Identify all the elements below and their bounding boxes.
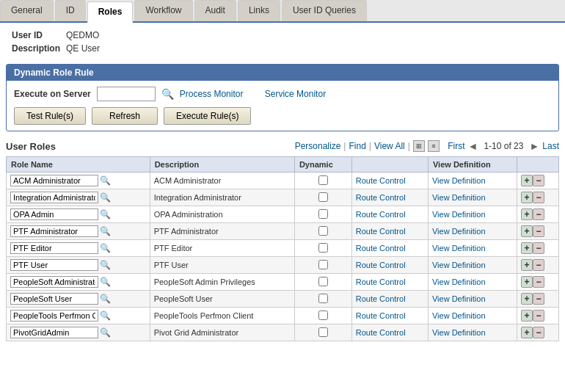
process-monitor-link[interactable]: Process Monitor [180, 89, 244, 99]
role-search-icon[interactable]: 🔍 [100, 277, 111, 287]
dynamic-checkbox[interactable] [318, 243, 328, 253]
remove-row-button[interactable]: − [533, 175, 544, 186]
route-control: Route Control [351, 291, 428, 308]
role-name-input[interactable] [10, 208, 98, 220]
route-control-link[interactable]: Route Control [356, 244, 406, 253]
view-definition-link[interactable]: View Definition [432, 210, 486, 219]
dynamic-checkbox[interactable] [318, 192, 328, 202]
role-name-input[interactable] [10, 259, 98, 271]
role-search-icon[interactable]: 🔍 [100, 209, 111, 219]
role-search-icon[interactable]: 🔍 [100, 175, 111, 186]
role-name-input[interactable] [10, 293, 98, 305]
role-search-icon[interactable]: 🔍 [100, 311, 111, 321]
next-icon[interactable]: ► [529, 140, 539, 152]
remove-row-button[interactable]: − [533, 225, 544, 237]
first-link[interactable]: First [448, 141, 464, 151]
route-control-link[interactable]: Route Control [356, 294, 406, 303]
dynamic-checkbox[interactable] [318, 175, 328, 185]
remove-row-button[interactable]: − [533, 242, 544, 254]
tab-general[interactable]: General [0, 0, 54, 21]
role-search-icon[interactable]: 🔍 [100, 327, 111, 338]
view-definition-link[interactable]: View Definition [432, 261, 486, 269]
tab-links[interactable]: Links [238, 0, 280, 21]
add-row-button[interactable]: + [521, 276, 533, 288]
add-row-button[interactable]: + [521, 208, 533, 220]
add-row-button[interactable]: + [521, 293, 533, 305]
role-description: PTF Administrator [150, 223, 294, 240]
dynamic-checkbox[interactable] [318, 294, 328, 303]
view-definition-link[interactable]: View Definition [432, 294, 486, 303]
role-search-icon[interactable]: 🔍 [100, 226, 111, 236]
role-name-input[interactable] [10, 327, 98, 338]
view-definition-link[interactable]: View Definition [432, 227, 486, 236]
remove-row-button[interactable]: − [533, 327, 544, 338]
dynamic-checkbox[interactable] [318, 311, 328, 320]
route-control-link[interactable]: Route Control [356, 227, 406, 236]
route-control-link[interactable]: Route Control [356, 176, 406, 185]
add-row-button[interactable]: + [521, 310, 533, 322]
view-definition-link[interactable]: View Definition [432, 244, 486, 253]
tab-audit[interactable]: Audit [194, 0, 236, 21]
view-definition-link[interactable]: View Definition [432, 277, 486, 286]
role-name-cell: 🔍 [7, 189, 150, 206]
add-row-button[interactable]: + [521, 327, 533, 338]
route-control-link[interactable]: Route Control [356, 193, 406, 202]
route-control-link[interactable]: Route Control [356, 210, 406, 219]
user-id-label: User ID [12, 29, 66, 42]
execute-rule-button[interactable]: Execute Rule(s) [164, 107, 251, 125]
role-name-input[interactable] [10, 242, 98, 254]
tab-roles[interactable]: Roles [87, 1, 134, 23]
role-search-icon[interactable]: 🔍 [100, 260, 111, 270]
remove-row-button[interactable]: − [533, 208, 544, 220]
tab-id[interactable]: ID [55, 0, 86, 21]
remove-row-button[interactable]: − [533, 192, 544, 203]
role-name-input[interactable] [10, 225, 98, 237]
grid-icon[interactable]: ⊞ [413, 140, 425, 152]
view-definition-link[interactable]: View Definition [432, 311, 486, 320]
row-actions: +− [517, 173, 559, 189]
view-definition-link[interactable]: View Definition [432, 328, 486, 337]
role-search-icon[interactable]: 🔍 [100, 243, 111, 253]
chart-icon[interactable]: ≡ [428, 140, 440, 152]
table-row: 🔍OPA AdministrationRoute ControlView Def… [7, 206, 559, 223]
personalize-link[interactable]: Personalize [295, 141, 341, 151]
route-control-link[interactable]: Route Control [356, 328, 406, 337]
remove-row-button[interactable]: − [533, 276, 544, 288]
role-search-icon[interactable]: 🔍 [100, 192, 111, 203]
find-link[interactable]: Find [349, 141, 365, 151]
add-row-button[interactable]: + [521, 192, 533, 203]
tab-workflow[interactable]: Workflow [134, 0, 192, 21]
dynamic-checkbox[interactable] [318, 209, 328, 219]
route-control-link[interactable]: Route Control [356, 261, 406, 269]
role-name-cell: 🔍 [7, 274, 150, 291]
view-definition-link[interactable]: View Definition [432, 176, 486, 185]
role-name-input[interactable] [10, 175, 98, 186]
role-name-input[interactable] [10, 192, 98, 203]
test-rule-button[interactable]: Test Rule(s) [14, 107, 86, 125]
remove-row-button[interactable]: − [533, 310, 544, 322]
refresh-button[interactable]: Refresh [92, 107, 158, 125]
add-row-button[interactable]: + [521, 242, 533, 254]
role-search-icon[interactable]: 🔍 [100, 294, 111, 304]
add-row-button[interactable]: + [521, 259, 533, 271]
dynamic-checkbox[interactable] [318, 226, 328, 236]
add-row-button[interactable]: + [521, 225, 533, 237]
tab-user-id-queries[interactable]: User ID Queries [282, 0, 367, 21]
view-all-link[interactable]: View All [374, 141, 405, 151]
route-control-link[interactable]: Route Control [356, 311, 406, 320]
remove-row-button[interactable]: − [533, 293, 544, 305]
service-monitor-link[interactable]: Service Monitor [265, 89, 326, 99]
server-input[interactable] [97, 87, 156, 101]
view-definition-link[interactable]: View Definition [432, 193, 486, 202]
remove-row-button[interactable]: − [533, 259, 544, 271]
dynamic-checkbox[interactable] [318, 277, 328, 286]
role-name-input[interactable] [10, 310, 98, 322]
dynamic-checkbox[interactable] [318, 260, 328, 269]
role-name-input[interactable] [10, 276, 98, 288]
dynamic-checkbox[interactable] [318, 327, 328, 337]
server-search-icon[interactable]: 🔍 [161, 88, 174, 100]
add-row-button[interactable]: + [521, 175, 533, 186]
last-link[interactable]: Last [542, 141, 559, 151]
route-control-link[interactable]: Route Control [356, 277, 406, 286]
prev-icon[interactable]: ◄ [468, 140, 478, 152]
